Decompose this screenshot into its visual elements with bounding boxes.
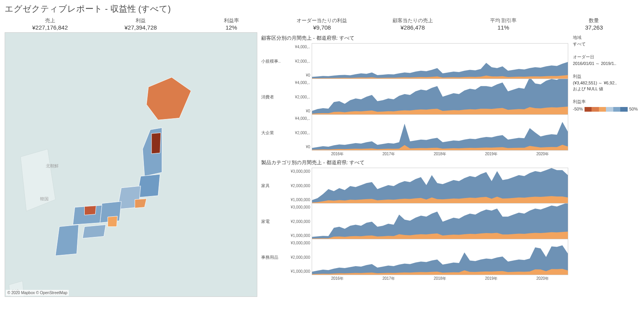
svg-marker-0 (21, 149, 56, 211)
filter-order-date[interactable]: オーダー日 2016/01/01 ～ 2019/1.. (573, 54, 638, 67)
svg-marker-12 (312, 246, 568, 275)
legend-profit-ratio: 利益率 -50% 50% (573, 99, 638, 112)
x-axis: 2016年2017年2018年2019年2020年 (312, 151, 568, 157)
x-tick: 2018年 (414, 276, 466, 281)
facet-label: 大企業 (260, 115, 284, 151)
filter-profit-label: 利益 (573, 74, 638, 79)
kpi-label: 利益率 (186, 17, 277, 24)
facet-row: 消費者¥4,000,..¥2,000,..¥0 (260, 79, 568, 115)
filter-sidebar: 地域 すべて オーダー日 2016/01/01 ～ 2019/1.. 利益 (¥… (571, 32, 639, 332)
y-ticks: ¥3,000,000¥2,000,000¥1,000,000 (284, 239, 312, 275)
chart-area[interactable] (312, 239, 568, 275)
chart-area[interactable] (312, 203, 568, 239)
svg-marker-6 (312, 122, 568, 150)
map-attribution: © 2020 Mapbox © OpenStreetMap (6, 290, 69, 296)
kpi-row: 売上¥227,176,842利益¥27,394,728利益率12%オーダー当たり… (5, 17, 639, 31)
kpi-6: 数量37,263 (549, 17, 639, 31)
facet-row: 大企業¥4,000,..¥2,000,..¥0 (260, 115, 568, 151)
chart-area[interactable] (312, 115, 568, 151)
x-tick: 2019年 (466, 276, 517, 281)
x-tick: 2020年 (517, 276, 568, 281)
x-tick: 2017年 (363, 276, 414, 281)
kpi-value: 37,263 (549, 24, 639, 31)
chart-area[interactable] (312, 43, 568, 79)
y-ticks: ¥4,000,..¥2,000,..¥0 (284, 79, 312, 115)
kpi-label: 利益 (95, 17, 186, 24)
facet-row: 家電¥3,000,000¥2,000,000¥1,000,000 (260, 203, 568, 239)
kpi-4: 顧客当たりの売上¥286,478 (367, 17, 458, 31)
shizuoka-shape[interactable] (135, 199, 147, 208)
kpi-label: オーダー当たりの利益 (277, 17, 367, 24)
dashboard-title: エグゼクティブレポート - 収益性 (すべて) (5, 3, 639, 15)
kpi-value: ¥9,708 (277, 24, 367, 31)
map-label-south-korea: 韓国 (40, 196, 49, 202)
kpi-3: オーダー当たりの利益¥9,708 (277, 17, 367, 31)
x-axis: 2016年2017年2018年2019年2020年 (312, 275, 568, 281)
x-tick: 2018年 (414, 151, 466, 157)
kpi-value: 11% (458, 24, 548, 31)
category-section-title: 製品カテゴリ別の月間売上 - 都道府県: すべて (261, 159, 568, 166)
chart-area[interactable] (312, 79, 568, 115)
x-tick: 2019年 (466, 151, 517, 157)
filter-profit[interactable]: 利益 (¥3,482,551) ～ ¥6,92.. および NULL 値 (573, 74, 638, 92)
facet-label: 小規模事.. (260, 43, 284, 79)
shikoku-shape[interactable] (82, 225, 106, 239)
y-ticks: ¥3,000,000¥2,000,000¥1,000,000 (284, 203, 312, 239)
kpi-value: ¥27,394,728 (95, 24, 186, 31)
hokkaido-shape[interactable] (147, 77, 191, 120)
filter-profit-value: (¥3,482,551) ～ ¥6,92.. (573, 80, 638, 86)
kpi-1: 利益¥27,394,728 (95, 17, 186, 31)
y-ticks: ¥4,000,..¥2,000,..¥0 (284, 115, 312, 151)
facet-label: 家電 (260, 203, 284, 239)
filter-date-label: オーダー日 (573, 54, 638, 60)
legend-min: -50% (573, 107, 583, 111)
segment-section-title: 顧客区分別の月間売上 - 都道府県: すべて (261, 35, 568, 42)
tottori-shape[interactable] (84, 206, 96, 215)
kpi-label: 顧客当たりの売上 (367, 17, 458, 24)
chart-area[interactable] (312, 168, 568, 203)
kpi-value: ¥286,478 (367, 24, 458, 31)
filter-region-label: 地域 (573, 35, 638, 40)
x-tick: 2016年 (312, 151, 363, 157)
wakayama-shape[interactable] (108, 216, 117, 227)
facet-label: 消費者 (260, 79, 284, 115)
facet-row: 家具¥3,000,000¥2,000,000¥1,000,000 (260, 168, 568, 203)
x-tick: 2020年 (517, 151, 568, 157)
kpi-label: 数量 (549, 17, 639, 24)
kpi-2: 利益率12% (186, 17, 277, 31)
legend-max: 50% (629, 107, 638, 111)
y-ticks: ¥3,000,000¥2,000,000¥1,000,000 (284, 168, 312, 203)
x-tick: 2017年 (363, 151, 414, 157)
kpi-label: 平均 割引率 (458, 17, 548, 24)
map-label-north-korea: 北朝鮮 (46, 163, 59, 169)
facet-label: 家具 (260, 168, 284, 203)
svg-marker-2 (312, 62, 568, 79)
kpi-label: 売上 (5, 17, 95, 24)
kpi-value: ¥227,176,842 (5, 24, 95, 31)
filter-date-value: 2016/01/01 ～ 2019/1.. (573, 61, 638, 67)
legend-title: 利益率 (573, 99, 638, 105)
kpi-0: 売上¥227,176,842 (5, 17, 95, 31)
facet-row: 小規模事..¥4,000,..¥2,000,..¥0 (260, 43, 568, 79)
japan-map[interactable]: 北朝鮮 韓国 台湾 © 2020 Mapbox © OpenStreetMap (5, 32, 257, 297)
facet-label: 事務用品 (260, 239, 284, 275)
kpi-value: 12% (186, 24, 277, 31)
kpi-5: 平均 割引率11% (458, 17, 548, 31)
kyushu-shape[interactable] (56, 225, 79, 256)
y-ticks: ¥4,000,..¥2,000,..¥0 (284, 43, 312, 79)
filter-profit-null: および NULL 値 (573, 86, 638, 92)
filter-region-value: すべて (573, 41, 638, 47)
filter-region[interactable]: 地域 すべて (573, 35, 638, 47)
iwate-shape[interactable] (152, 133, 161, 154)
x-tick: 2016年 (312, 276, 363, 281)
facet-row: 事務用品¥3,000,000¥2,000,000¥1,000,000 (260, 239, 568, 275)
